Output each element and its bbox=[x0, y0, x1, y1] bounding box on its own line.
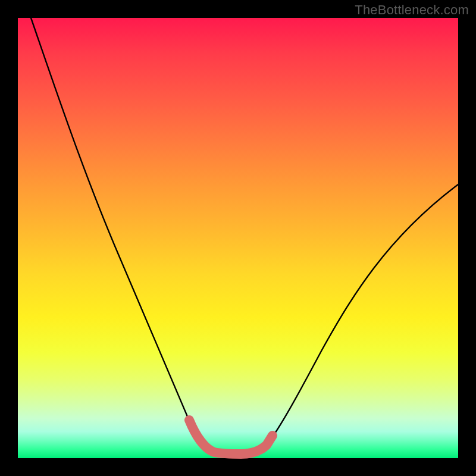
chart-svg bbox=[18, 18, 458, 458]
highlight-band bbox=[189, 420, 273, 454]
plot-area bbox=[18, 18, 458, 458]
bottleneck-curve bbox=[31, 18, 458, 454]
watermark-text: TheBottleneck.com bbox=[355, 2, 469, 18]
chart-frame: TheBottleneck.com bbox=[0, 0, 476, 476]
